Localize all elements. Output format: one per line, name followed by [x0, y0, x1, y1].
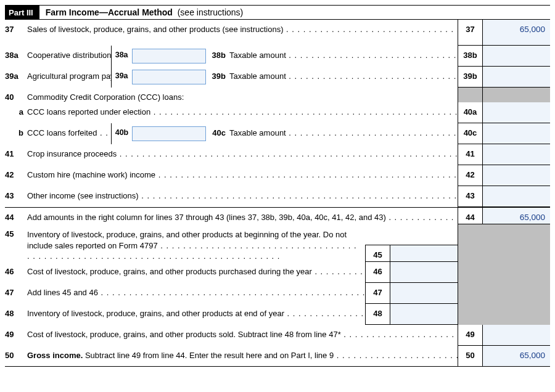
line-39b-text: Taxable amount	[229, 67, 458, 88]
line-38a-input[interactable]	[132, 49, 206, 63]
line-38b-text: Taxable amount	[229, 46, 458, 67]
line-48-num: 48	[5, 304, 27, 325]
line-40c-value[interactable]	[482, 123, 550, 144]
line-39a-num: 39a	[5, 67, 27, 88]
line-37-box-label: 37	[458, 20, 482, 46]
line-39a-text: Agricultural program payments	[27, 67, 111, 88]
line-45-text: Inventory of livestock, produce, grains,…	[27, 224, 365, 262]
line-38b-value[interactable]	[482, 46, 550, 67]
line-40a-num: a	[5, 102, 27, 123]
line-46-shade	[458, 262, 550, 283]
line-48: 48 Inventory of livestock, produce, grai…	[5, 304, 550, 325]
line-41-num: 41	[5, 144, 27, 165]
line-47: 47 Add lines 45 and 46 47	[5, 283, 550, 304]
line-49-box-label: 49	[458, 325, 482, 346]
line-42-num: 42	[5, 165, 27, 186]
line-39a: 39a Agricultural program payments 39a 39…	[5, 67, 550, 88]
line-40c-box-label: 40c	[458, 123, 482, 144]
line-44-num: 44	[5, 208, 27, 224]
line-43: 43 Other income (see instructions) 43	[5, 186, 550, 207]
line-40-shade-val	[482, 88, 550, 102]
line-42-text: Custom hire (machine work) income	[27, 165, 458, 186]
line-49: 49 Cost of livestock, produce, grains, a…	[5, 325, 550, 346]
line-46: 46 Cost of livestock, produce, grains, a…	[5, 262, 550, 283]
line-49-text: Cost of livestock, produce, grains, and …	[27, 325, 458, 346]
line-50-text: Gross income. Subtract line 49 from line…	[27, 346, 458, 366]
line-40: 40 Commodity Credit Corporation (CCC) lo…	[5, 88, 550, 102]
part-title-paren: (see instructions)	[178, 7, 244, 17]
line-48-text: Inventory of livestock, produce, grains,…	[27, 304, 365, 325]
line-37-text: Sales of livestock, produce, grains, and…	[27, 20, 458, 46]
line-43-box-label: 43	[458, 186, 482, 207]
line-39b-num: 39b	[210, 67, 229, 88]
line-40a-box-label: 40a	[458, 102, 482, 123]
line-40b-text: CCC loans forfeited	[27, 123, 111, 144]
line-50: 50 Gross income. Subtract line 49 from l…	[5, 346, 550, 367]
line-40a-text: CCC loans reported under election	[27, 102, 458, 123]
line-44-text: Add amounts in the right column for line…	[27, 208, 458, 224]
line-48-box-label: 48	[365, 304, 390, 325]
line-47-value[interactable]	[390, 283, 458, 304]
line-42-value[interactable]	[482, 165, 550, 186]
line-42-box-label: 42	[458, 165, 482, 186]
part-header: Part III Farm Income—Accrual Method (see…	[5, 5, 550, 20]
line-45: 45 Inventory of livestock, produce, grai…	[5, 224, 550, 262]
line-50-box-label: 50	[458, 346, 482, 366]
line-38b-num: 38b	[210, 46, 229, 67]
line-39a-mini-label: 39a	[111, 67, 132, 88]
line-46-value[interactable]	[390, 262, 458, 283]
line-40b: b CCC loans forfeited 40b 40c Taxable am…	[5, 123, 550, 144]
line-40b-mini-label: 40b	[111, 123, 133, 144]
line-37-num: 37	[5, 20, 27, 46]
line-46-box-label: 46	[365, 262, 390, 283]
line-39b-box-label: 39b	[458, 67, 482, 88]
line-50-dots	[334, 351, 458, 360]
line-43-text: Other income (see instructions)	[27, 186, 458, 207]
line-40c-num: 40c	[210, 123, 229, 144]
line-45-box-label: 45	[365, 245, 390, 262]
line-48-value[interactable]	[390, 304, 458, 325]
line-38a-text: Cooperative distributions (Form(s) 1099-…	[27, 46, 111, 67]
line-44-value[interactable]: 65,000	[482, 208, 550, 224]
line-50-num: 50	[5, 346, 27, 366]
line-48-shade	[458, 304, 550, 325]
line-49-value[interactable]	[482, 325, 550, 346]
line-39a-input[interactable]	[132, 70, 206, 84]
line-39b-value[interactable]	[482, 67, 550, 88]
line-45-num: 45	[5, 224, 27, 262]
line-45-shade	[458, 224, 550, 262]
line-47-num: 47	[5, 283, 27, 304]
line-43-value[interactable]	[482, 186, 550, 207]
line-43-num: 43	[5, 186, 27, 207]
line-40c-text: Taxable amount	[229, 123, 458, 144]
line-40-num: 40	[5, 88, 27, 102]
line-38b-box-label: 38b	[458, 46, 482, 67]
line-38a: 38a Cooperative distributions (Form(s) 1…	[5, 46, 550, 67]
line-40a-value[interactable]	[482, 102, 550, 123]
line-47-text: Add lines 45 and 46	[27, 283, 365, 304]
line-44-box-label: 44	[458, 208, 482, 224]
line-40a: a CCC loans reported under election 40a	[5, 102, 550, 123]
part-title: Farm Income—Accrual Method (see instruct…	[39, 7, 244, 17]
line-50-rest: Subtract line 49 from line 44. Enter the…	[83, 351, 334, 360]
line-47-box-label: 47	[365, 283, 390, 304]
line-50-value[interactable]: 65,000	[482, 346, 550, 366]
line-40-shade-label	[458, 88, 482, 102]
line-46-num: 46	[5, 262, 27, 283]
line-46-text: Cost of livestock, produce, grains, and …	[27, 262, 365, 283]
line-40b-input[interactable]	[132, 126, 206, 141]
line-45-value[interactable]	[390, 245, 458, 262]
part-tag: Part III	[5, 6, 39, 19]
line-41-box-label: 41	[458, 144, 482, 165]
line-38a-num: 38a	[5, 46, 27, 67]
line-42: 42 Custom hire (machine work) income 42	[5, 165, 550, 186]
part-title-bold: Farm Income—Accrual Method	[46, 7, 173, 17]
line-38a-mini-label: 38a	[111, 46, 132, 67]
line-40-text: Commodity Credit Corporation (CCC) loans…	[27, 88, 458, 102]
line-41: 41 Crop insurance proceeds 41	[5, 144, 550, 165]
line-37: 37 Sales of livestock, produce, grains, …	[5, 20, 550, 46]
line-40b-num: b	[5, 123, 27, 144]
line-49-num: 49	[5, 325, 27, 346]
line-37-value[interactable]: 65,000	[482, 20, 550, 46]
line-41-value[interactable]	[482, 144, 550, 165]
